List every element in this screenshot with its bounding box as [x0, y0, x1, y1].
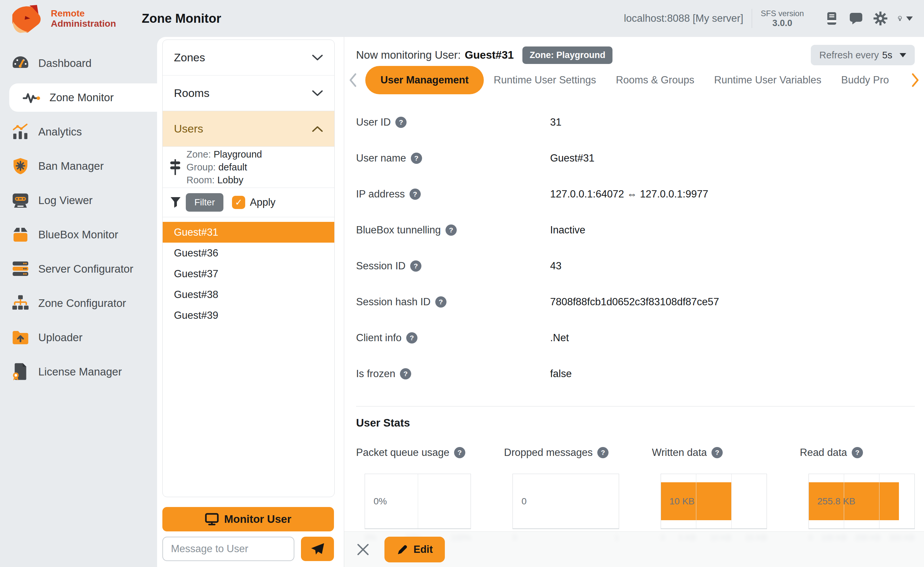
apply-label[interactable]: Apply: [250, 196, 275, 208]
tab-runtime-user-settings[interactable]: Runtime User Settings: [494, 74, 596, 86]
help-icon[interactable]: ?: [454, 447, 465, 458]
brand-logo: Remote Administration: [9, 3, 116, 34]
sidebar-item-bluebox-monitor[interactable]: BlueBox Monitor: [0, 218, 157, 252]
dashboard-gauge-icon: [11, 54, 30, 72]
help-icon[interactable]: ?: [411, 153, 422, 164]
tab-buddy-pro[interactable]: Buddy Pro: [841, 74, 889, 86]
sidebar-item-dashboard[interactable]: Dashboard: [0, 46, 157, 80]
stat-dropped-messages: Dropped messages? 0 0 1: [504, 445, 619, 542]
help-icon[interactable]: ?: [395, 117, 406, 128]
filter-button[interactable]: Filter: [186, 193, 223, 212]
chat-button[interactable]: [848, 10, 864, 26]
tab-user-management[interactable]: User Management: [365, 66, 484, 94]
field-label: BlueBox tunnelling?: [356, 224, 550, 236]
sidebar-item-zone-monitor[interactable]: Zone Monitor: [9, 83, 157, 112]
sidebar-item-server-configurator[interactable]: Server Configurator: [0, 252, 157, 286]
close-button[interactable]: [356, 543, 370, 556]
help-icon[interactable]: ?: [409, 189, 421, 200]
tab-rooms-groups[interactable]: Rooms & Groups: [616, 74, 694, 86]
zone-badge: Zone: Playground: [522, 46, 613, 64]
apply-checkbox[interactable]: ✓: [232, 196, 245, 209]
waveform-icon: [22, 88, 42, 107]
topbar-right: localhost:8088 [My server] SFS version 3…: [624, 9, 913, 28]
license-document-icon: [11, 363, 30, 381]
paper-plane-icon: [310, 542, 325, 556]
message-to-user-input[interactable]: [163, 537, 294, 561]
chart-gridline: [879, 474, 879, 528]
fox-logo-icon: [9, 3, 46, 34]
help-icon[interactable]: ?: [712, 447, 723, 458]
user-list-item[interactable]: Guest#31: [163, 222, 334, 243]
stat-packet-queue: Packet queue usage? 0% 0% 50% 100%: [356, 445, 471, 542]
refresh-interval-select[interactable]: Refresh every 5s: [811, 45, 915, 65]
caret-down-icon: [906, 16, 913, 21]
ban-shield-icon: [11, 157, 30, 176]
sidebar-item-label: Dashboard: [38, 57, 92, 69]
sfs-version: SFS version 3.0.0: [761, 9, 804, 28]
filter-row: Filter ✓ Apply: [163, 188, 334, 217]
help-icon[interactable]: ?: [597, 447, 608, 458]
help-icon[interactable]: ?: [406, 332, 417, 344]
hints-button[interactable]: [897, 10, 913, 26]
sidebar-item-label: Uploader: [38, 331, 83, 344]
gauge-chart: 0: [513, 474, 619, 529]
sidebar-item-uploader[interactable]: Uploader: [0, 320, 157, 355]
context-lines: Zone: Playground Group: default Room: Lo…: [187, 148, 262, 187]
sidebar-item-license-manager[interactable]: License Manager: [0, 355, 157, 389]
monitor-user-button[interactable]: Monitor User: [163, 507, 334, 531]
user-list-item[interactable]: Guest#39: [163, 305, 334, 326]
chevron-right-icon: [912, 73, 919, 87]
upload-folder-icon: [11, 328, 30, 347]
settings-button[interactable]: [873, 10, 888, 26]
user-list-item[interactable]: Guest#37: [163, 263, 334, 284]
accordion-zones[interactable]: Zones: [163, 40, 334, 75]
help-icon[interactable]: ?: [400, 368, 411, 380]
sidebar-item-analytics[interactable]: Analytics: [0, 115, 157, 149]
documentation-button[interactable]: [824, 10, 840, 26]
tabs-scroll-right[interactable]: [912, 73, 919, 87]
hierarchy-tree-icon: [11, 294, 30, 312]
sidebar-item-log-viewer[interactable]: Log Viewer: [0, 183, 157, 218]
server-stack-icon: [11, 260, 30, 278]
help-icon[interactable]: ?: [445, 225, 457, 236]
lightbulb-icon: [897, 11, 903, 26]
chat-icon: [849, 11, 863, 26]
monitor-user-label: Monitor User: [224, 513, 291, 525]
refresh-prefix: Refresh every: [819, 50, 879, 61]
sidebar-item-label: Zone Monitor: [50, 92, 113, 104]
user-list-item[interactable]: Guest#36: [163, 243, 334, 263]
gauge-value: 0: [521, 496, 527, 507]
sidebar-item-label: Zone Configurator: [38, 297, 126, 309]
help-icon[interactable]: ?: [410, 260, 421, 272]
send-message-button[interactable]: [301, 537, 334, 561]
user-stats-title: User Stats: [356, 417, 410, 429]
stat-title: Read data?: [800, 445, 915, 460]
sidebar-item-zone-configurator[interactable]: Zone Configurator: [0, 286, 157, 320]
accordion-label: Users: [174, 122, 203, 135]
accordion-users[interactable]: Users: [163, 111, 334, 147]
brand-line2: Administration: [51, 18, 116, 28]
field-label: Client info?: [356, 332, 550, 344]
field-row: Session ID? 43: [356, 248, 871, 284]
field-row: User ID? 31: [356, 104, 871, 140]
edit-button[interactable]: Edit: [384, 537, 445, 562]
help-icon[interactable]: ?: [435, 296, 447, 308]
chevron-left-icon: [349, 73, 357, 87]
field-value: .Net: [550, 332, 569, 344]
field-value: Inactive: [550, 224, 585, 236]
field-label: Is frozen?: [356, 368, 550, 380]
accordion-label: Zones: [174, 51, 205, 64]
brand-text: Remote Administration: [51, 8, 116, 28]
user-list-item[interactable]: Guest#38: [163, 284, 334, 305]
tabs-scroll-left[interactable]: [349, 73, 357, 87]
sidebar-item-ban-manager[interactable]: Ban Manager: [0, 149, 157, 183]
pencil-icon: [396, 543, 409, 556]
field-value: 31: [550, 116, 561, 128]
accordion-rooms[interactable]: Rooms: [163, 75, 334, 111]
field-label: Session ID?: [356, 260, 550, 272]
gear-icon: [873, 11, 888, 26]
context-info: Zone: Playground Group: default Room: Lo…: [163, 147, 334, 188]
page-title: Zone Monitor: [142, 12, 221, 26]
tab-runtime-user-variables[interactable]: Runtime User Variables: [714, 74, 822, 86]
help-icon[interactable]: ?: [852, 447, 863, 458]
